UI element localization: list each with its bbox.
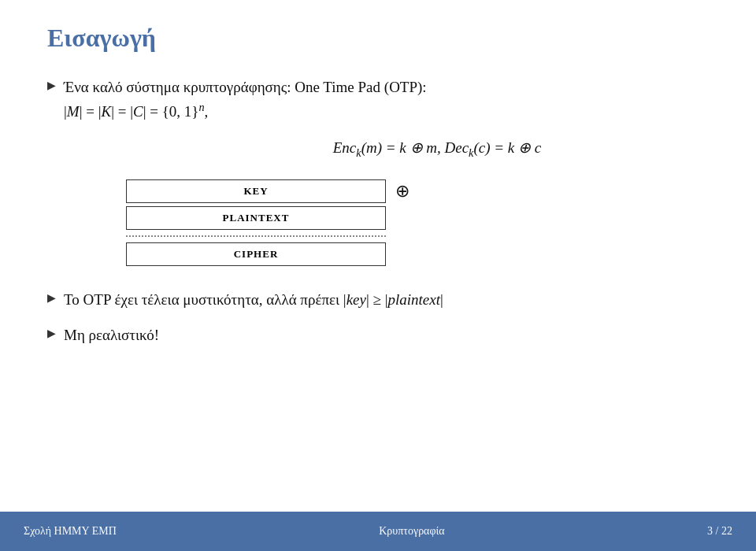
bullet-text-3: Μη ρεαλιστικό! <box>64 324 159 347</box>
footer-center: Κρυπτογραφία <box>379 525 444 538</box>
key-label: KEY <box>243 185 268 197</box>
bullet-arrow-2: ▶ <box>47 291 56 305</box>
bullet-text-line2: |M| = |K| = |C| = {0, 1}n, <box>64 103 208 120</box>
bullet-item-2: ▶ Το OTP έχει τέλεια μυστικότητα, αλλά π… <box>47 289 709 312</box>
cipher-label: CIPHER <box>234 248 279 260</box>
bullet-text-line1: Ένα καλό σύστημα κρυπτογράφησης: One Tim… <box>64 79 427 95</box>
bullet-item-1: ▶ Ένα καλό σύστημα κρυπτογράφησης: One T… <box>47 76 709 123</box>
bullet-section-1: ▶ Ένα καλό σύστημα κρυπτογράφησης: One T… <box>47 76 709 123</box>
footer-left: Σχολή ΗΜΜΥ ΕΜΠ <box>24 525 117 538</box>
bullet-arrow-1: ▶ <box>47 79 56 92</box>
oplus-symbol: ⊕ <box>395 181 410 202</box>
bullet-item-3: ▶ Μη ρεαλιστικό! <box>47 324 709 347</box>
otp-diagram: KEY ⊕ PLAINTEXT CIPHER <box>126 179 441 269</box>
key-row: KEY ⊕ <box>126 179 441 203</box>
dotted-separator <box>126 235 386 237</box>
plaintext-box: PLAINTEXT <box>126 206 386 230</box>
dotted-row <box>126 233 441 239</box>
footer-right: 3 / 22 <box>707 525 732 538</box>
footer: Σχολή ΗΜΜΥ ΕΜΠ Κρυπτογραφία 3 / 22 <box>0 512 756 551</box>
slide-content: Εισαγωγή ▶ Ένα καλό σύστημα κρυπτογράφησ… <box>0 0 756 504</box>
slide-title: Εισαγωγή <box>47 24 709 53</box>
cipher-box: CIPHER <box>126 242 386 266</box>
bullet-text-1: Ένα καλό σύστημα κρυπτογράφησης: One Tim… <box>64 76 427 123</box>
math-formula: Enck(m) = k ⊕ m, Deck(c) = k ⊕ c <box>165 139 709 160</box>
bullet-arrow-3: ▶ <box>47 327 56 340</box>
plaintext-row: PLAINTEXT <box>126 206 441 230</box>
plaintext-label: PLAINTEXT <box>223 212 290 224</box>
key-box: KEY <box>126 179 386 203</box>
bullet-text-2: Το OTP έχει τέλεια μυστικότητα, αλλά πρέ… <box>64 289 443 312</box>
cipher-row: CIPHER <box>126 242 441 266</box>
